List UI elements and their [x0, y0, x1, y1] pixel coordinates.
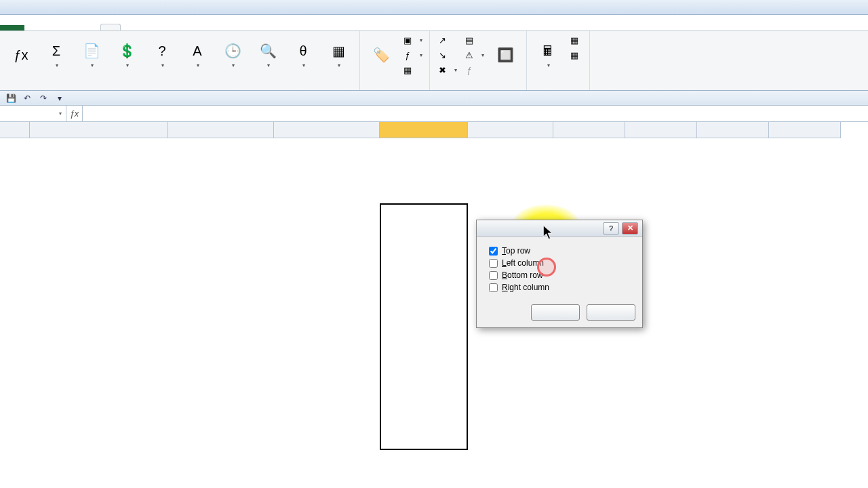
check-bottom-row[interactable]: Bottom row — [485, 269, 634, 281]
recent-icon: 📄 — [82, 41, 101, 60]
calc-options-icon: 🖩 — [538, 41, 557, 60]
recently-used-button[interactable]: 📄▾ — [75, 33, 108, 79]
precedent-icon: ↗ — [437, 35, 448, 45]
chevron-down-icon[interactable]: ▾ — [59, 110, 62, 117]
cancel-button[interactable] — [587, 304, 635, 321]
group-label-formula-auditing — [434, 87, 522, 90]
use-icon: ƒ — [402, 49, 413, 60]
select-all-corner[interactable] — [0, 122, 30, 138]
group-calculation: 🖩▾ ▦ ▦ — [527, 31, 590, 90]
evaluate-icon: ƒ — [464, 64, 475, 75]
more-functions-button[interactable]: ▦▾ — [321, 33, 355, 79]
col-header-i[interactable] — [769, 122, 841, 138]
calculate-now-button[interactable]: ▦ — [566, 33, 585, 47]
tab-review[interactable] — [140, 25, 159, 30]
define-name-button[interactable]: ▣▾ — [399, 33, 425, 47]
tab-addins[interactable] — [197, 25, 216, 30]
fx-icon: ƒx — [12, 45, 31, 64]
logical-icon: ? — [153, 41, 172, 60]
check-top-row[interactable]: Top row — [485, 245, 634, 257]
formula-bar-row: ▾ ƒx — [0, 106, 868, 122]
logical-button[interactable]: ?▾ — [145, 33, 179, 79]
col-header-b[interactable] — [168, 122, 274, 138]
tab-page-layout[interactable] — [81, 25, 100, 30]
error-icon: ⚠ — [464, 49, 475, 60]
checkbox-top-row[interactable] — [489, 247, 498, 256]
name-box[interactable]: ▾ — [0, 106, 66, 121]
clock-icon: 🕒 — [223, 41, 242, 60]
tab-home[interactable] — [24, 25, 43, 30]
financial-button[interactable]: 💲▾ — [110, 33, 144, 79]
dialog-titlebar[interactable]: ? ✕ — [477, 220, 642, 237]
window-titlebar — [0, 0, 868, 15]
formula-bar[interactable] — [83, 106, 868, 121]
selection-outline — [380, 203, 468, 450]
group-label-defined-names — [364, 87, 425, 90]
math-trig-button[interactable]: θ▾ — [286, 33, 320, 79]
group-label-calculation — [531, 87, 585, 90]
checkbox-bottom-row[interactable] — [489, 271, 498, 280]
insert-function-button[interactable]: ƒx — [4, 33, 38, 79]
use-in-formula-button[interactable]: ƒ▾ — [399, 47, 425, 62]
col-header-g[interactable] — [625, 122, 697, 138]
group-formula-auditing: ↗ ↘ ✖▾ ▤ ⚠▾ ƒ 🔲 — [430, 31, 527, 90]
theta-icon: θ — [294, 41, 313, 60]
remove-arrows-button[interactable]: ✖▾ — [434, 62, 460, 77]
col-header-h[interactable] — [697, 122, 769, 138]
tag-icon: 🏷️ — [372, 45, 391, 64]
watch-icon: 🔲 — [496, 45, 515, 64]
autosum-button[interactable]: Σ▾ — [39, 33, 73, 79]
col-header-d[interactable] — [380, 122, 468, 138]
evaluate-formula-button[interactable]: ƒ — [461, 62, 487, 77]
dialog-help-button[interactable]: ? — [603, 222, 619, 235]
date-time-button[interactable]: 🕒▾ — [216, 33, 250, 79]
col-header-c[interactable] — [274, 122, 380, 138]
create-sel-icon: ▦ — [402, 64, 413, 75]
error-checking-button[interactable]: ⚠▾ — [461, 47, 487, 62]
dependent-icon: ↘ — [437, 49, 448, 60]
ribbon-tabs — [0, 15, 868, 31]
tab-insert[interactable] — [43, 25, 62, 30]
watch-window-button[interactable]: 🔲 — [488, 33, 522, 79]
check-right-column[interactable]: Right column — [485, 281, 634, 293]
redo-icon[interactable]: ↷ — [37, 92, 50, 104]
tab-file[interactable] — [0, 25, 24, 30]
calculate-sheet-button[interactable]: ▦ — [566, 47, 585, 62]
calc-sheet-icon: ▦ — [569, 49, 580, 60]
ok-button[interactable] — [531, 304, 580, 321]
undo-icon[interactable]: ↶ — [20, 92, 34, 104]
checkbox-left-column[interactable] — [489, 259, 498, 268]
group-label-function-library — [4, 87, 355, 90]
tab-formulas[interactable] — [100, 24, 121, 30]
create-from-selection-button[interactable]: ▦ — [399, 62, 425, 77]
fx-button[interactable]: ƒx — [66, 106, 83, 121]
sigma-icon: Σ — [47, 41, 66, 60]
qat-icon[interactable]: ▾ — [53, 92, 66, 104]
ribbon: ƒx Σ▾ 📄▾ 💲▾ ?▾ A▾ 🕒▾ 🔍▾ θ▾ ▦▾ 🏷️ ▣▾ ƒ▾ ▦ — [0, 31, 868, 91]
checkbox-right-column[interactable] — [489, 283, 498, 292]
trace-precedents-button[interactable]: ↗ — [434, 33, 460, 47]
text-button[interactable]: A▾ — [180, 33, 214, 79]
tab-cosign[interactable] — [62, 25, 81, 30]
show-formulas-button[interactable]: ▤ — [461, 33, 487, 47]
tab-data[interactable] — [121, 25, 140, 30]
dialog-close-button[interactable]: ✕ — [622, 222, 638, 235]
define-icon: ▣ — [402, 35, 413, 45]
check-left-column[interactable]: Left column — [485, 257, 634, 269]
calc-now-icon: ▦ — [569, 35, 580, 45]
name-manager-button[interactable]: 🏷️ — [364, 33, 398, 79]
tab-view[interactable] — [159, 25, 178, 30]
column-headers — [30, 122, 841, 138]
col-header-a[interactable] — [30, 122, 168, 138]
col-header-e[interactable] — [468, 122, 553, 138]
trace-dependents-button[interactable]: ↘ — [434, 47, 460, 62]
lookup-ref-button[interactable]: 🔍▾ — [251, 33, 285, 79]
text-icon: A — [188, 41, 207, 60]
col-header-f[interactable] — [553, 122, 625, 138]
calculation-options-button[interactable]: 🖩▾ — [531, 33, 565, 79]
save-icon[interactable]: 💾 — [4, 92, 18, 104]
group-function-library: ƒx Σ▾ 📄▾ 💲▾ ?▾ A▾ 🕒▾ 🔍▾ θ▾ ▦▾ — [0, 31, 360, 90]
spreadsheet-grid[interactable] — [0, 122, 868, 488]
tab-developer[interactable] — [178, 25, 197, 30]
more-icon: ▦ — [329, 41, 348, 60]
